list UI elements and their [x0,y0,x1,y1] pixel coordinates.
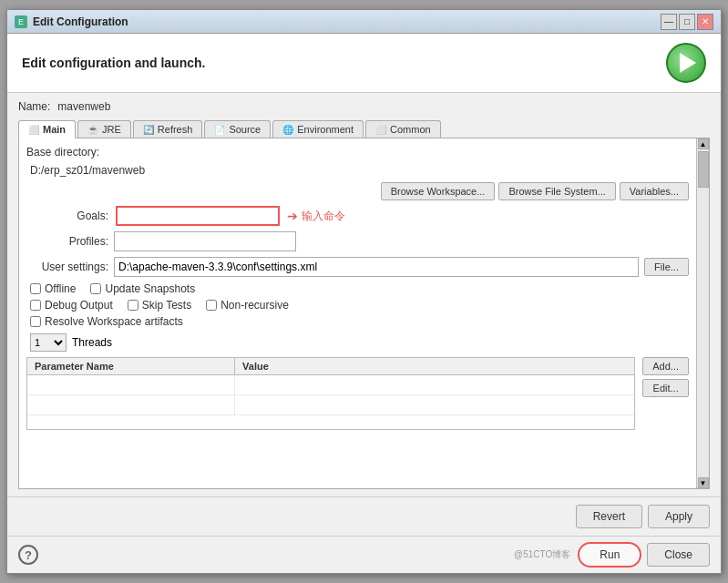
col-value: Value [235,358,634,374]
jre-tab-icon: ☕ [87,125,98,135]
tabs-bar: ⬜ Main ☕ JRE 🔄 Refresh 📄 Source 🌐 Enviro… [18,120,710,138]
environment-tab-icon: 🌐 [282,125,293,135]
tab-refresh-label: Refresh [158,124,193,135]
cell-param-name-2 [27,395,235,414]
minimize-button[interactable]: — [661,14,677,30]
skip-tests-label: Skip Tests [142,299,191,312]
parameters-table: Parameter Name Value [26,357,635,430]
profiles-label: Profiles: [26,235,108,248]
base-directory-value-row: D:/erp_sz01/mavenweb [26,164,689,177]
tab-common-label: Common [390,124,431,135]
browse-buttons-row: Browse Workspace... Browse File System..… [26,182,689,200]
offline-label: Offline [45,282,76,295]
window-icon: E [15,15,27,28]
scrollbar[interactable]: ▲ ▼ [696,138,709,488]
non-recursive-checkbox-item[interactable]: Non-recursive [206,299,289,312]
profiles-input[interactable] [114,231,296,251]
close-window-button[interactable]: ✕ [697,14,713,30]
tab-refresh[interactable]: 🔄 Refresh [133,120,203,138]
checkbox-row-1: Offline Update Snapshots [30,282,689,295]
debug-output-checkbox-item[interactable]: Debug Output [30,299,113,312]
col-parameter-name: Parameter Name [27,358,235,374]
refresh-tab-icon: 🔄 [143,125,154,135]
debug-output-checkbox[interactable] [30,300,41,311]
threads-select[interactable]: 1 2 4 [30,333,67,352]
main-tab-icon: ⬜ [28,125,39,135]
scroll-thumb[interactable] [698,151,709,188]
scroll-up-arrow[interactable]: ▲ [698,138,709,149]
table-body [27,375,634,429]
table-with-buttons: Parameter Name Value [26,357,689,430]
tab-jre[interactable]: ☕ JRE [77,120,131,138]
tab-environment-label: Environment [297,124,354,135]
profiles-row: Profiles: [26,231,689,251]
file-button[interactable]: File... [644,258,689,276]
variables-button[interactable]: Variables... [620,182,689,200]
goals-annotation: ➔ 输入命令 [287,209,345,224]
browse-filesystem-button[interactable]: Browse File System... [498,182,615,200]
name-label: Name: [18,100,50,113]
table-row [27,375,634,395]
header-title: Edit configuration and launch. [22,56,205,70]
update-snapshots-checkbox[interactable] [90,283,101,294]
debug-output-label: Debug Output [45,299,113,312]
cell-param-name-1 [27,375,235,394]
run-icon-button[interactable] [666,43,706,83]
watermark-text: @51CTO博客 [512,547,572,563]
update-snapshots-label: Update Snapshots [105,282,195,295]
close-button[interactable]: Close [647,543,710,567]
tab-main-label: Main [43,124,66,135]
threads-label: Threads [72,336,112,349]
table-header: Parameter Name Value [27,358,634,375]
browse-workspace-button[interactable]: Browse Workspace... [381,182,496,200]
skip-tests-checkbox-item[interactable]: Skip Tests [128,299,191,312]
tab-environment[interactable]: 🌐 Environment [272,120,364,138]
resolve-workspace-checkbox[interactable] [30,316,41,327]
footer-area: ? @51CTO博客 Run Close [7,536,721,573]
goals-label: Goals: [26,210,108,222]
skip-tests-checkbox[interactable] [128,300,138,311]
header-area: Edit configuration and launch. [7,34,721,93]
table-row [27,395,634,415]
resolve-workspace-checkbox-item[interactable]: Resolve Workspace artifacts [30,315,183,328]
non-recursive-checkbox[interactable] [206,300,217,311]
title-controls: — □ ✕ [661,14,713,30]
offline-checkbox-item[interactable]: Offline [30,282,76,295]
base-directory-label-row: Base directory: [26,146,689,159]
cell-value-1 [235,375,634,394]
cell-value-2 [235,395,634,414]
tab-main[interactable]: ⬜ Main [18,120,76,138]
name-row: Name: mavenweb [18,100,710,113]
tab-jre-label: JRE [102,124,121,135]
tab-source[interactable]: 📄 Source [204,120,271,138]
source-tab-icon: 📄 [214,125,225,135]
checkbox-row-2: Debug Output Skip Tests Non-recursive [30,299,689,312]
bottom-buttons-row: Revert Apply [7,496,721,536]
goals-input[interactable] [116,206,280,226]
table-buttons: Add... Edit... [642,357,689,430]
revert-button[interactable]: Revert [576,505,642,528]
offline-checkbox[interactable] [30,283,41,294]
scroll-down-arrow[interactable]: ▼ [698,477,709,488]
common-tab-icon: ⬜ [375,125,386,135]
help-button[interactable]: ? [18,545,38,565]
checkboxes-area: Offline Update Snapshots Debug Output [30,282,689,328]
update-snapshots-checkbox-item[interactable]: Update Snapshots [90,282,195,295]
user-settings-row: User settings: File... [26,257,689,277]
panel-content: Base directory: D:/erp_sz01/mavenweb Bro… [19,138,696,488]
run-button[interactable]: Run [578,542,641,568]
edit-button[interactable]: Edit... [642,379,689,397]
apply-button[interactable]: Apply [648,505,710,528]
main-window: E Edit Configuration — □ ✕ Edit configur… [6,9,722,574]
tab-common[interactable]: ⬜ Common [365,120,441,138]
arrow-icon: ➔ [287,209,298,223]
checkbox-row-3: Resolve Workspace artifacts [30,315,689,328]
maximize-button[interactable]: □ [679,14,695,30]
resolve-workspace-label: Resolve Workspace artifacts [45,315,183,328]
content-area: Name: mavenweb ⬜ Main ☕ JRE 🔄 Refresh 📄 … [7,93,721,496]
add-button[interactable]: Add... [642,357,689,375]
name-value: mavenweb [57,100,110,113]
user-settings-input[interactable] [114,257,639,277]
threads-row: 1 2 4 Threads [30,333,689,352]
title-bar: E Edit Configuration — □ ✕ [7,10,721,34]
